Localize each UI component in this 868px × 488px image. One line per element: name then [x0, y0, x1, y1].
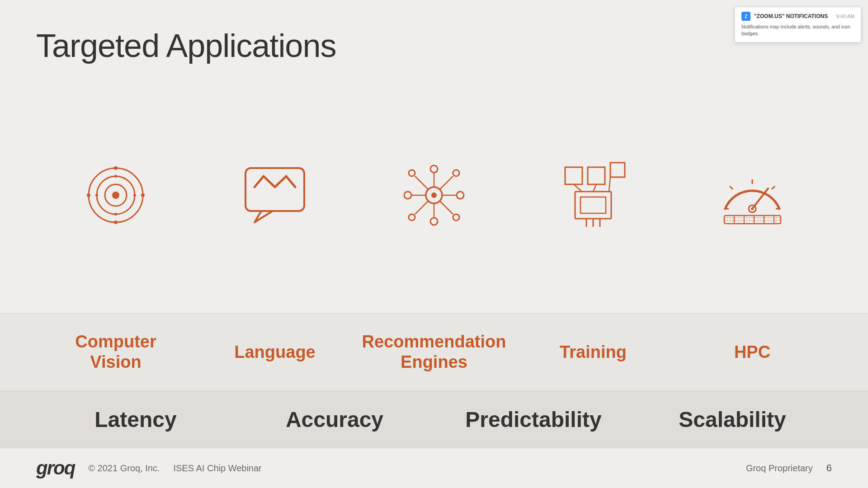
svg-line-41	[609, 177, 610, 192]
footer-copyright: © 2021 Groq, Inc.	[88, 463, 160, 474]
metric-accuracy: Accuracy	[235, 407, 434, 432]
svg-point-6	[114, 221, 118, 224]
metric-latency: Latency	[36, 407, 235, 432]
label-recommendation: RecommendationEngines	[354, 332, 514, 373]
cubes-icon	[557, 159, 629, 231]
labels-section: ComputerVision Language RecommendationEn…	[0, 313, 868, 391]
svg-line-25	[440, 176, 453, 189]
network-icon	[398, 159, 470, 231]
icon-item-computer-vision	[36, 159, 195, 231]
svg-point-10	[114, 213, 117, 216]
svg-point-9	[133, 194, 136, 197]
svg-point-5	[141, 193, 145, 197]
svg-point-4	[114, 166, 118, 170]
svg-point-20	[404, 192, 411, 199]
svg-point-30	[453, 214, 459, 221]
svg-line-29	[440, 201, 453, 214]
svg-point-11	[95, 194, 98, 197]
footer-left: groq © 2021 Groq, Inc. ISES AI Chip Webi…	[36, 457, 262, 479]
zoom-app-icon: Z	[741, 12, 750, 21]
svg-rect-50	[724, 216, 781, 224]
svg-point-7	[87, 193, 90, 197]
footer: groq © 2021 Groq, Inc. ISES AI Chip Webi…	[0, 448, 868, 488]
svg-point-3	[112, 192, 119, 199]
slide: Targeted Applications	[0, 0, 868, 488]
notification-title: "ZOOM.US" NOTIFICATIONS	[754, 13, 833, 19]
svg-point-8	[114, 175, 117, 178]
svg-line-23	[415, 176, 428, 189]
svg-point-22	[457, 192, 464, 199]
notification-body: Notifications may include alerts, sounds…	[741, 23, 854, 38]
svg-rect-31	[565, 167, 582, 184]
svg-point-16	[430, 165, 438, 173]
svg-point-26	[453, 170, 459, 176]
icon-item-training	[514, 159, 673, 231]
footer-proprietary: Groq Proprietary	[746, 463, 813, 474]
speedometer-icon	[716, 159, 788, 231]
radar-icon	[80, 159, 152, 231]
icon-item-hpc	[673, 159, 832, 231]
footer-page-number: 6	[826, 462, 832, 474]
svg-rect-33	[610, 163, 625, 177]
label-computer-vision: ComputerVision	[36, 332, 195, 373]
metric-predictability: Predictability	[434, 407, 633, 432]
metrics-bar: Latency Accuracy Predictability Scalabil…	[0, 391, 868, 448]
notification-time: 9:40 AM	[836, 14, 854, 19]
groq-logo: groq	[36, 457, 75, 479]
svg-line-40	[593, 184, 596, 192]
notification-header: Z "ZOOM.US" NOTIFICATIONS 9:40 AM	[741, 12, 854, 21]
metric-scalability: Scalability	[633, 407, 832, 432]
icon-item-recommendation	[354, 159, 514, 231]
page-title: Targeted Applications	[36, 27, 832, 64]
label-training: Training	[514, 342, 673, 363]
svg-point-14	[431, 192, 437, 198]
svg-line-43	[730, 186, 733, 189]
svg-point-18	[430, 218, 438, 225]
label-language: Language	[195, 342, 354, 363]
chat-icon	[239, 159, 311, 231]
svg-point-28	[409, 214, 415, 221]
svg-line-39	[574, 184, 582, 192]
icon-item-language	[195, 159, 354, 231]
svg-rect-12	[245, 168, 304, 211]
footer-event: ISES AI Chip Webinar	[173, 463, 261, 474]
svg-line-27	[415, 201, 428, 214]
icons-section	[0, 78, 868, 313]
svg-point-24	[409, 170, 415, 176]
notification-popup: Z "ZOOM.US" NOTIFICATIONS 9:40 AM Notifi…	[735, 7, 861, 42]
svg-rect-32	[588, 167, 605, 184]
label-hpc: HPC	[673, 342, 832, 363]
svg-line-45	[772, 186, 775, 189]
svg-point-49	[751, 207, 754, 210]
footer-right: Groq Proprietary 6	[746, 462, 832, 474]
svg-rect-35	[580, 197, 606, 213]
